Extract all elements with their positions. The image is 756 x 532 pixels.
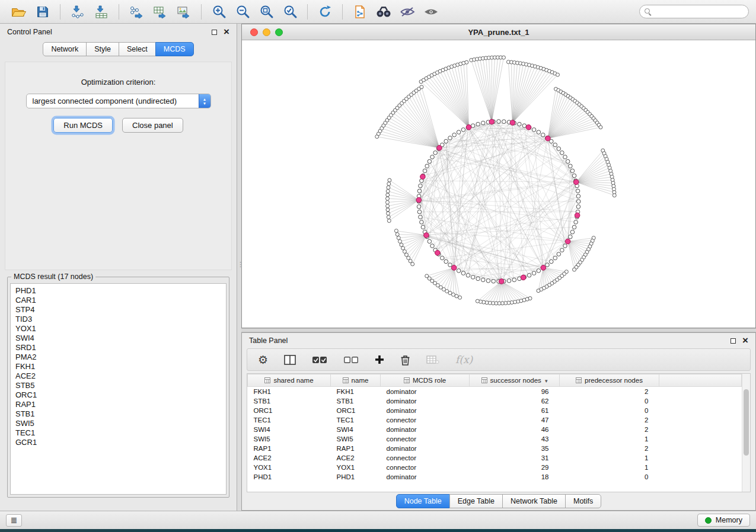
table-row[interactable]: ORC1ORC1dominator610 bbox=[248, 406, 742, 415]
main-area: Control Panel × NetworkStyleSelectMCDS O… bbox=[0, 24, 756, 511]
mcds-result-item[interactable]: GCR1 bbox=[15, 438, 226, 447]
add-row-icon[interactable] bbox=[375, 355, 384, 364]
zoom-in-icon[interactable] bbox=[210, 3, 228, 21]
tab-network-table[interactable]: Network Table bbox=[502, 494, 566, 508]
hide-eye-icon[interactable] bbox=[398, 3, 416, 21]
cell-successor-nodes: 43 bbox=[470, 434, 560, 444]
memory-label: Memory bbox=[716, 516, 742, 524]
open-file-icon[interactable] bbox=[10, 3, 28, 21]
mcds-result-item[interactable]: TID3 bbox=[15, 315, 226, 324]
memory-status-icon bbox=[705, 517, 712, 524]
memory-button[interactable]: Memory bbox=[697, 514, 750, 527]
tab-style[interactable]: Style bbox=[86, 42, 119, 56]
deselect-all-icon[interactable] bbox=[343, 355, 359, 364]
control-panel-tabs: NetworkStyleSelectMCDS bbox=[0, 40, 237, 58]
cell-name: STB1 bbox=[331, 396, 381, 406]
refresh-icon[interactable] bbox=[316, 3, 334, 21]
mcds-result-item[interactable]: PHD1 bbox=[15, 286, 226, 296]
table-row[interactable]: SWI5SWI5connector431 bbox=[248, 434, 742, 444]
close-window-icon[interactable] bbox=[250, 28, 258, 36]
float-panel-icon[interactable] bbox=[212, 30, 217, 35]
save-icon[interactable] bbox=[34, 3, 52, 21]
mcds-result-item[interactable]: SWI5 bbox=[15, 419, 226, 428]
tab-mcds[interactable]: MCDS bbox=[155, 42, 194, 56]
import-table-icon[interactable] bbox=[92, 3, 110, 21]
scrollbar-thumb[interactable] bbox=[744, 389, 749, 456]
table-row[interactable]: STB1STB1dominator620 bbox=[248, 396, 742, 406]
close-table-panel-icon[interactable]: × bbox=[742, 338, 748, 344]
table-scrollbar[interactable] bbox=[742, 374, 750, 492]
copy-share-icon[interactable] bbox=[351, 3, 369, 21]
search-icon bbox=[645, 8, 650, 14]
table-row[interactable]: FKH1FKH1dominator962 bbox=[248, 387, 742, 396]
mcds-result-item[interactable]: ACE2 bbox=[15, 371, 226, 381]
node-table-container: shared namenameMCDS rolesuccessor nodes▾… bbox=[247, 373, 751, 492]
cell-MCDS-role: connector bbox=[381, 415, 470, 425]
mcds-result-item[interactable]: PMA2 bbox=[15, 352, 226, 362]
table-row[interactable]: SWI4SWI4dominator462 bbox=[248, 425, 742, 434]
tab-network[interactable]: Network bbox=[43, 42, 87, 56]
export-image-icon[interactable] bbox=[175, 3, 193, 21]
search-input[interactable] bbox=[639, 5, 749, 18]
delete-row-icon[interactable] bbox=[400, 354, 410, 366]
close-panel-button[interactable]: Close panel bbox=[122, 118, 183, 133]
zoom-selected-icon[interactable] bbox=[281, 3, 299, 21]
toolbar-separator bbox=[307, 4, 308, 20]
minimize-window-icon[interactable] bbox=[263, 28, 270, 36]
table-row[interactable]: ACE2ACE2connector311 bbox=[248, 453, 742, 463]
mcds-result-item[interactable]: ORC1 bbox=[15, 390, 226, 400]
table-row[interactable]: PHD1PHD1dominator180 bbox=[248, 472, 742, 482]
network-canvas[interactable] bbox=[242, 40, 755, 328]
tab-motifs[interactable]: Motifs bbox=[565, 494, 601, 508]
table-row[interactable]: TEC1TEC1connector472 bbox=[248, 415, 742, 425]
cell-filler bbox=[659, 463, 742, 472]
column-header-successor-nodes[interactable]: successor nodes▾ bbox=[470, 374, 560, 387]
mcds-result-item[interactable]: FKH1 bbox=[15, 362, 226, 371]
mcds-result-item[interactable]: TEC1 bbox=[15, 428, 226, 438]
table-row[interactable]: RAP1RAP1dominator352 bbox=[248, 444, 742, 453]
mcds-result-item[interactable]: SWI4 bbox=[15, 334, 226, 343]
show-columns-icon[interactable] bbox=[284, 355, 296, 365]
tab-edge-table[interactable]: Edge Table bbox=[449, 494, 503, 508]
column-header-name[interactable]: name bbox=[331, 374, 381, 387]
column-header-MCDS-role[interactable]: MCDS role bbox=[381, 374, 470, 387]
float-table-panel-icon[interactable] bbox=[731, 338, 736, 344]
mcds-tab-content: Optimization criterion: largest connecte… bbox=[5, 62, 232, 270]
criterion-dropdown[interactable]: largest connected component (undirected)… bbox=[26, 94, 211, 108]
mcds-result-item[interactable]: SRD1 bbox=[15, 343, 226, 352]
select-all-icon[interactable] bbox=[312, 355, 327, 364]
table-row[interactable]: YOX1YOX1connector291 bbox=[248, 463, 742, 472]
mcds-result-item[interactable]: YOX1 bbox=[15, 324, 226, 334]
column-header-shared-name[interactable]: shared name bbox=[248, 374, 331, 387]
toolbar-separator bbox=[60, 4, 60, 20]
cell-filler bbox=[659, 453, 742, 463]
zoom-fit-icon[interactable] bbox=[257, 3, 275, 21]
mcds-result-item[interactable]: STP4 bbox=[15, 305, 226, 315]
cell-shared-name: YOX1 bbox=[248, 463, 331, 472]
mcds-result-item[interactable]: CAR1 bbox=[15, 296, 226, 305]
zoom-out-icon[interactable] bbox=[234, 3, 251, 21]
export-network-icon[interactable] bbox=[127, 3, 145, 21]
find-binoculars-icon[interactable] bbox=[375, 3, 393, 21]
table-panel-title: Table Panel bbox=[249, 336, 288, 345]
horizontal-splitter[interactable] bbox=[241, 328, 756, 332]
tab-node-table[interactable]: Node Table bbox=[396, 494, 450, 508]
mcds-result-item[interactable]: STB1 bbox=[15, 409, 226, 419]
column-header-predecessor-nodes[interactable]: predecessor nodes bbox=[560, 374, 659, 387]
export-table-icon[interactable] bbox=[151, 3, 169, 21]
tab-select[interactable]: Select bbox=[119, 42, 156, 56]
close-panel-icon[interactable]: × bbox=[224, 29, 229, 35]
mcds-result-item[interactable]: STB5 bbox=[15, 381, 226, 390]
vertical-splitter[interactable]: ⋮ bbox=[237, 24, 241, 511]
cell-shared-name: ORC1 bbox=[248, 406, 331, 415]
show-eye-icon[interactable] bbox=[422, 3, 440, 21]
mcds-result-item[interactable]: RAP1 bbox=[15, 400, 226, 409]
column-header-filler bbox=[659, 374, 742, 387]
table-settings-icon[interactable]: ⚙ bbox=[258, 354, 268, 366]
import-network-icon[interactable] bbox=[69, 3, 87, 21]
network-window-titlebar[interactable]: YPA_prune.txt_1 bbox=[242, 24, 755, 40]
desktop-background bbox=[0, 529, 756, 532]
panel-menu-button[interactable]: ≣ bbox=[6, 514, 22, 527]
maximize-window-icon[interactable] bbox=[275, 28, 283, 36]
run-mcds-button[interactable]: Run MCDS bbox=[53, 118, 113, 133]
